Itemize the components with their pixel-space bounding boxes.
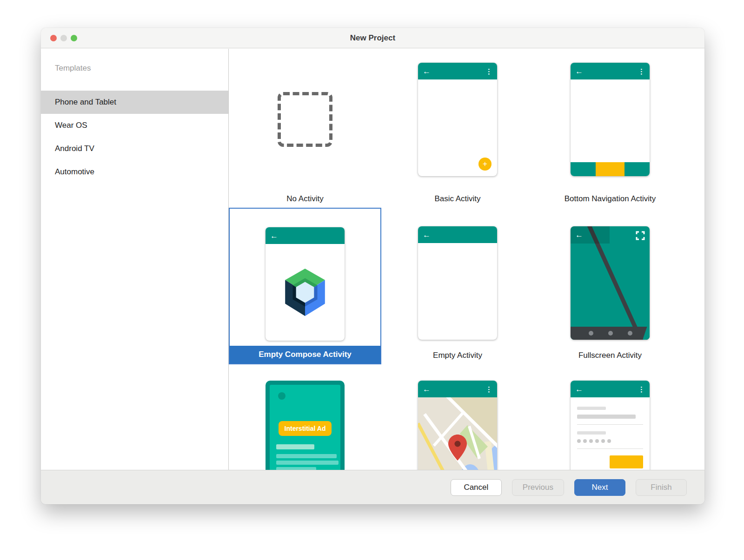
nav-segment-active — [596, 162, 624, 176]
compose-body — [266, 244, 345, 341]
template-cell-google-maps-activity[interactable]: ← ⋮ — [381, 364, 534, 470]
placeholder-button — [610, 455, 643, 468]
dashed-square-icon — [278, 92, 332, 147]
fullscreen-icon — [636, 231, 645, 240]
template-cell-bottom-navigation-activity[interactable]: ← ⋮ Bottom Navigation Activity — [534, 49, 686, 208]
template-cell-empty-activity[interactable]: ← Empty Activity — [381, 208, 534, 364]
empty-activity-thumbnail: ← — [418, 226, 497, 340]
back-arrow-icon: ← — [575, 385, 583, 393]
app-bar: ← ⋮ — [571, 63, 650, 79]
no-activity-thumbnail — [266, 63, 345, 176]
sidebar-item-android-tv[interactable]: Android TV — [41, 137, 228, 160]
divider — [577, 448, 643, 449]
minimize-button[interactable] — [60, 35, 67, 41]
back-arrow-icon: ← — [423, 385, 431, 393]
back-arrow-icon: ← — [270, 232, 278, 240]
placeholder-line — [276, 454, 337, 458]
template-label: No Activity — [229, 194, 381, 204]
sidebar-list: Phone and Tablet Wear OS Android TV Auto… — [41, 91, 228, 184]
finish-button[interactable]: Finish — [636, 479, 687, 496]
app-bar: ← — [266, 227, 345, 244]
template-cell-login-activity[interactable]: ← ⋮ — [534, 364, 686, 470]
app-bar: ← ⋮ — [571, 381, 650, 397]
bottom-nav-bar — [571, 162, 650, 176]
template-cell-basic-activity[interactable]: ← ⋮ + Basic Activity — [381, 49, 534, 208]
fullscreen-thumbnail: ← — [571, 226, 650, 340]
template-cell-no-activity[interactable]: No Activity — [229, 49, 381, 208]
new-project-window: New Project Templates Phone and Tablet W… — [41, 28, 704, 504]
main-area: Templates Phone and Tablet Wear OS Andro… — [41, 49, 704, 470]
previous-button[interactable]: Previous — [512, 479, 564, 496]
template-cell-interstitial-ad[interactable]: Interstitial Ad — [229, 364, 381, 470]
template-label: Bottom Navigation Activity — [534, 194, 686, 204]
password-dots — [577, 439, 643, 443]
template-cell-fullscreen-activity[interactable]: ← Fullscreen Activity — [534, 208, 686, 364]
empty-compose-thumbnail: ← — [266, 227, 345, 341]
interstitial-ad-badge: Interstitial Ad — [279, 421, 332, 436]
avatar-circle — [278, 392, 286, 400]
map-graphic — [418, 397, 497, 470]
jetpack-compose-logo-icon — [281, 268, 329, 317]
template-label: Empty Activity — [381, 351, 534, 360]
traffic-lights — [50, 28, 77, 48]
back-arrow-icon: ← — [423, 67, 431, 75]
titlebar: New Project — [41, 28, 704, 48]
sidebar-item-phone-and-tablet[interactable]: Phone and Tablet — [41, 91, 228, 114]
kebab-menu-icon: ⋮ — [638, 68, 645, 75]
template-cell-empty-compose-activity[interactable]: ← — [229, 208, 381, 364]
app-bar: ← ⋮ — [418, 381, 497, 397]
placeholder-line — [276, 444, 314, 449]
sidebar-header: Templates — [55, 63, 228, 74]
cancel-button[interactable]: Cancel — [451, 479, 502, 496]
kebab-menu-icon: ⋮ — [638, 386, 645, 393]
nav-segment — [571, 162, 596, 176]
bottom-navigation-thumbnail: ← ⋮ — [571, 63, 650, 176]
close-button[interactable] — [50, 35, 57, 41]
kebab-menu-icon: ⋮ — [485, 386, 492, 393]
placeholder-label — [577, 407, 606, 410]
placeholder-input — [577, 415, 636, 419]
back-arrow-icon: ← — [575, 67, 583, 75]
app-bar: ← ⋮ — [418, 63, 497, 79]
selected-template-label: Empty Compose Activity — [230, 346, 380, 363]
placeholder-label — [577, 431, 606, 435]
login-form — [571, 397, 650, 468]
divider — [577, 424, 643, 425]
fab-plus-icon: + — [478, 158, 492, 171]
kebab-menu-icon: ⋮ — [485, 68, 492, 75]
window-title: New Project — [41, 33, 704, 43]
template-label: Fullscreen Activity — [534, 351, 686, 360]
back-arrow-icon: ← — [423, 231, 431, 239]
ad-inner-panel: Interstitial Ad — [270, 385, 340, 470]
login-thumbnail: ← ⋮ — [571, 381, 650, 470]
interstitial-ad-thumbnail: Interstitial Ad — [266, 381, 345, 470]
app-bar: ← — [418, 226, 497, 243]
templates-sidebar: Templates Phone and Tablet Wear OS Andro… — [41, 49, 229, 470]
next-button[interactable]: Next — [574, 479, 625, 496]
back-arrow-icon: ← — [575, 231, 583, 240]
zoom-button[interactable] — [71, 35, 77, 41]
basic-activity-thumbnail: ← ⋮ + — [418, 63, 497, 176]
nav-segment — [624, 162, 650, 176]
placeholder-line — [276, 461, 339, 465]
sidebar-item-automotive[interactable]: Automotive — [41, 160, 228, 184]
footer-bar: Cancel Previous Next Finish — [41, 470, 704, 504]
template-grid: No Activity ← ⋮ + Basic Activity — [229, 49, 704, 470]
new-project-dialog-page: New Project Templates Phone and Tablet W… — [0, 0, 744, 560]
maps-thumbnail: ← ⋮ — [418, 381, 497, 470]
sidebar-item-wear-os[interactable]: Wear OS — [41, 114, 228, 137]
template-label: Basic Activity — [381, 194, 534, 204]
